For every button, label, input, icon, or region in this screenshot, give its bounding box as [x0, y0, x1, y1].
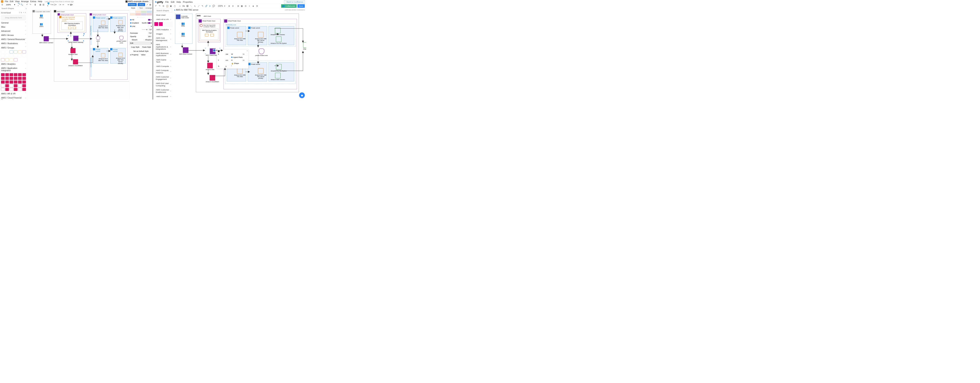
- workspace-box[interactable]: IBM Planning Analytics Workspace: [62, 22, 83, 30]
- grid-snap-icon[interactable]: ⊞: [237, 5, 239, 7]
- shape-icon[interactable]: [154, 22, 158, 26]
- group-shape[interactable]: [18, 54, 22, 57]
- cat-misc[interactable]: Miscˇ: [0, 25, 27, 29]
- shape-icon[interactable]: [18, 77, 22, 80]
- line-width-input[interactable]: [148, 29, 152, 31]
- shape-icon[interactable]: [18, 84, 22, 87]
- fullscreen-icon[interactable]: ⤢: [146, 3, 148, 6]
- insert-icon[interactable]: +▾: [67, 3, 69, 6]
- remove-icon[interactable]: ×: [170, 70, 171, 73]
- remove-icon[interactable]: ×: [170, 60, 171, 62]
- color-swatch[interactable]: [130, 11, 135, 13]
- cat-aws-general[interactable]: AWS General×: [153, 94, 172, 99]
- line-style-select[interactable]: [142, 29, 146, 30]
- menu-help[interactable]: Help: [38, 0, 42, 3]
- shape-icon[interactable]: [14, 77, 18, 80]
- default-style-button[interactable]: Set as Default Style: [130, 49, 152, 53]
- line-tool-icon[interactable]: ／: [197, 5, 200, 7]
- cat-aws-illustrations[interactable]: AWS / Illustrationsˇ: [0, 41, 27, 46]
- close-button[interactable]: Close: [138, 3, 145, 6]
- zoom-in-icon[interactable]: 🔍+: [18, 3, 20, 6]
- connector-straight-icon[interactable]: ⟍: [190, 5, 192, 7]
- shadow-icon[interactable]: ◫▾: [54, 3, 56, 6]
- y-input[interactable]: [225, 59, 230, 61]
- shape-icon[interactable]: [5, 88, 9, 91]
- freehand-icon[interactable]: ✎: [201, 5, 204, 7]
- group-shape[interactable]: [22, 50, 26, 54]
- x-input[interactable]: [225, 53, 230, 55]
- shape-icon[interactable]: [14, 73, 18, 76]
- resize-handle[interactable]: [205, 48, 206, 48]
- line-color-swatch[interactable]: [148, 26, 151, 27]
- scratchpad-edit-icon[interactable]: ✎: [21, 11, 22, 14]
- w-input[interactable]: [242, 53, 247, 55]
- connection-icon[interactable]: ⊹▾: [59, 3, 61, 6]
- rotation-input[interactable]: [225, 65, 230, 67]
- scratchpad-add-icon[interactable]: +: [23, 11, 24, 14]
- color-swatch[interactable]: [146, 13, 152, 15]
- group-shape[interactable]: [18, 50, 22, 54]
- shape-icon[interactable]: [22, 84, 26, 87]
- ec2-icon[interactable]: [258, 32, 264, 38]
- filename[interactable]: AWS-example.drawio: [126, 0, 149, 3]
- delete-icon[interactable]: 🗑: [34, 3, 36, 6]
- sns-icon[interactable]: [207, 63, 213, 69]
- paste-style-button[interactable]: Paste Style: [141, 46, 152, 49]
- popup-tool-icon[interactable]: 💬: [213, 5, 215, 7]
- group-shape[interactable]: [10, 54, 13, 57]
- fill-checkbox[interactable]: [130, 19, 131, 21]
- search-shapes-input[interactable]: [1, 7, 25, 10]
- ec2-icon[interactable]: [101, 53, 105, 57]
- shape-icon[interactable]: [1, 81, 5, 84]
- ec2-icon[interactable]: [101, 21, 105, 25]
- shape-icon[interactable]: [14, 81, 18, 84]
- rotate-handle[interactable]: ↻: [83, 34, 85, 35]
- scratchpad-close-icon[interactable]: ×: [25, 11, 26, 14]
- route53-icon[interactable]: [259, 49, 264, 54]
- gliffy-canvas[interactable]: Corporate Data Center 👥SREs 👥Users aws⌣ …: [172, 11, 306, 99]
- cat-aws-group-icons[interactable]: AWS Group Icons×: [153, 99, 172, 99]
- back-to-confluence-button[interactable]: ‹ Back to Confluence: [284, 0, 305, 3]
- remove-icon[interactable]: ×: [170, 83, 171, 86]
- shape-icon[interactable]: [22, 73, 26, 76]
- menu-edit[interactable]: Edit: [10, 0, 14, 3]
- menu-extras[interactable]: Extras: [30, 0, 36, 3]
- shape-icon[interactable]: [10, 88, 13, 91]
- menu-properties[interactable]: Properties: [183, 1, 192, 3]
- resize-handle[interactable]: [220, 48, 220, 48]
- remove-icon[interactable]: ×: [170, 95, 171, 97]
- tab-arrange[interactable]: Arrange: [145, 6, 153, 10]
- paste-icon[interactable]: 📋: [166, 5, 169, 7]
- grid-show-icon[interactable]: ▦: [241, 5, 243, 7]
- shape-icon[interactable]: [22, 88, 26, 91]
- connector-elbow-icon[interactable]: ↳: [194, 5, 196, 7]
- cat-aws-ar-vr[interactable]: AWS AR & VR×: [153, 17, 172, 22]
- shape-icon[interactable]: [10, 84, 13, 87]
- expand-icon[interactable]: ⛶: [150, 0, 151, 3]
- remove-icon[interactable]: ×: [170, 77, 171, 79]
- fill-color-swatch[interactable]: [148, 19, 151, 21]
- cat-aws-app-integration[interactable]: AWS / Application Integrationˇ: [0, 66, 27, 73]
- ebs-icon[interactable]: [275, 73, 281, 78]
- shape-icon[interactable]: [10, 77, 13, 80]
- shape-icon[interactable]: [1, 77, 5, 80]
- image-tool-icon[interactable]: 🖼: [186, 5, 189, 7]
- zoom-select[interactable]: 100%: [6, 3, 13, 6]
- line-checkbox[interactable]: [130, 26, 131, 27]
- settings-icon[interactable]: ⚙: [256, 5, 258, 7]
- shape-icon[interactable]: [159, 22, 163, 26]
- to-back-icon[interactable]: ▧: [42, 3, 45, 6]
- zoom-select[interactable]: 100%: [218, 5, 223, 7]
- group-shape[interactable]: [14, 50, 18, 54]
- shape-icon[interactable]: [1, 84, 5, 87]
- group-shape[interactable]: [22, 54, 26, 57]
- line-color-icon[interactable]: ✎▾: [51, 3, 53, 6]
- snapshot-icon[interactable]: [303, 42, 306, 48]
- rect-tool-icon[interactable]: ▭: [179, 5, 181, 7]
- opacity-input[interactable]: [148, 35, 152, 38]
- shape-icon[interactable]: [14, 88, 18, 91]
- cat-advanced[interactable]: Advancedˇ: [0, 29, 27, 33]
- cat-aws-enduser[interactable]: AWS End User Computing×: [153, 81, 172, 88]
- palette-pager[interactable]: ● ○ ○ ○ ○ ○ ○: [129, 16, 153, 18]
- zoom-fit-icon[interactable]: ⊕: [228, 5, 230, 7]
